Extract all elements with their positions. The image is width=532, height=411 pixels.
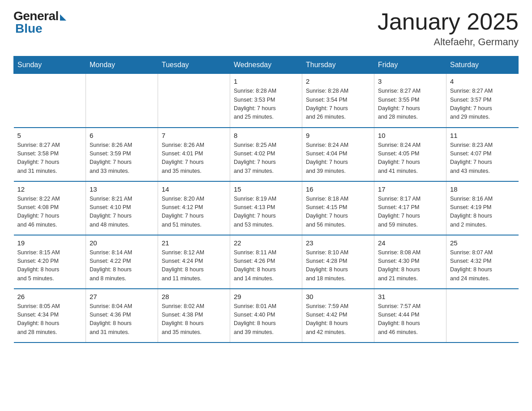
calendar-cell: 8Sunrise: 8:25 AMSunset: 4:02 PMDaylight… <box>230 128 302 181</box>
day-number: 18 <box>450 185 515 193</box>
day-info: Sunrise: 8:27 AMSunset: 3:58 PMDaylight:… <box>17 141 82 176</box>
logo: General Blue <box>13 9 66 36</box>
calendar-cell: 27Sunrise: 8:04 AMSunset: 4:36 PMDayligh… <box>86 289 158 342</box>
day-info: Sunrise: 8:27 AMSunset: 3:55 PMDaylight:… <box>378 87 442 122</box>
calendar-cell: 23Sunrise: 8:10 AMSunset: 4:28 PMDayligh… <box>302 235 374 289</box>
day-info: Sunrise: 8:11 AMSunset: 4:26 PMDaylight:… <box>234 248 298 283</box>
calendar-cell: 30Sunrise: 7:59 AMSunset: 4:42 PMDayligh… <box>302 289 374 342</box>
weekday-header-row: SundayMondayTuesdayWednesdayThursdayFrid… <box>14 56 519 74</box>
day-number: 5 <box>17 132 82 139</box>
calendar-cell: 5Sunrise: 8:27 AMSunset: 3:58 PMDaylight… <box>14 128 86 181</box>
calendar-cell: 15Sunrise: 8:19 AMSunset: 4:13 PMDayligh… <box>230 181 302 235</box>
day-info: Sunrise: 8:04 AMSunset: 4:36 PMDaylight:… <box>90 302 154 337</box>
weekday-header-tuesday: Tuesday <box>158 56 230 74</box>
calendar-cell: 20Sunrise: 8:14 AMSunset: 4:22 PMDayligh… <box>86 235 158 289</box>
calendar-cell: 21Sunrise: 8:12 AMSunset: 4:24 PMDayligh… <box>158 235 230 289</box>
calendar-header: SundayMondayTuesdayWednesdayThursdayFrid… <box>14 56 519 74</box>
calendar-cell: 26Sunrise: 8:05 AMSunset: 4:34 PMDayligh… <box>14 289 86 342</box>
day-number: 28 <box>162 293 226 300</box>
day-info: Sunrise: 8:23 AMSunset: 4:07 PMDaylight:… <box>450 141 515 176</box>
calendar-cell: 14Sunrise: 8:20 AMSunset: 4:12 PMDayligh… <box>158 181 230 235</box>
calendar-cell: 13Sunrise: 8:21 AMSunset: 4:10 PMDayligh… <box>86 181 158 235</box>
day-number: 31 <box>378 293 442 300</box>
day-info: Sunrise: 8:12 AMSunset: 4:24 PMDaylight:… <box>162 248 226 283</box>
calendar-cell <box>86 74 158 128</box>
day-number: 24 <box>378 239 442 247</box>
calendar-cell: 4Sunrise: 8:27 AMSunset: 3:57 PMDaylight… <box>446 74 519 128</box>
day-number: 12 <box>17 185 82 193</box>
day-number: 25 <box>450 239 515 247</box>
calendar-cell: 25Sunrise: 8:07 AMSunset: 4:32 PMDayligh… <box>446 235 519 289</box>
day-number: 4 <box>450 77 515 85</box>
calendar-cell: 2Sunrise: 8:28 AMSunset: 3:54 PMDaylight… <box>302 74 374 128</box>
calendar-week-row: 1Sunrise: 8:28 AMSunset: 3:53 PMDaylight… <box>14 74 519 128</box>
weekday-header-monday: Monday <box>86 56 158 74</box>
logo-triangle-icon <box>60 14 66 21</box>
day-number: 26 <box>17 293 82 300</box>
day-info: Sunrise: 8:02 AMSunset: 4:38 PMDaylight:… <box>162 302 226 337</box>
day-info: Sunrise: 8:20 AMSunset: 4:12 PMDaylight:… <box>162 195 226 230</box>
day-info: Sunrise: 8:24 AMSunset: 4:05 PMDaylight:… <box>378 141 442 176</box>
day-info: Sunrise: 8:15 AMSunset: 4:20 PMDaylight:… <box>17 248 82 283</box>
calendar-cell: 12Sunrise: 8:22 AMSunset: 4:08 PMDayligh… <box>14 181 86 235</box>
day-info: Sunrise: 8:26 AMSunset: 3:59 PMDaylight:… <box>90 141 154 176</box>
weekday-header-thursday: Thursday <box>302 56 374 74</box>
calendar-week-row: 26Sunrise: 8:05 AMSunset: 4:34 PMDayligh… <box>14 289 519 342</box>
day-info: Sunrise: 8:27 AMSunset: 3:57 PMDaylight:… <box>450 87 515 122</box>
day-info: Sunrise: 8:07 AMSunset: 4:32 PMDaylight:… <box>450 248 515 283</box>
day-number: 20 <box>90 239 154 247</box>
calendar-body: 1Sunrise: 8:28 AMSunset: 3:53 PMDaylight… <box>14 74 519 342</box>
weekday-header-saturday: Saturday <box>446 56 519 74</box>
calendar-cell: 11Sunrise: 8:23 AMSunset: 4:07 PMDayligh… <box>446 128 519 181</box>
day-number: 7 <box>162 132 226 139</box>
day-number: 22 <box>234 239 298 247</box>
calendar-week-row: 19Sunrise: 8:15 AMSunset: 4:20 PMDayligh… <box>14 235 519 289</box>
day-info: Sunrise: 8:24 AMSunset: 4:04 PMDaylight:… <box>306 141 370 176</box>
day-number: 11 <box>450 132 515 139</box>
title-area: January 2025 Altefaehr, Germany <box>378 9 519 48</box>
day-info: Sunrise: 8:01 AMSunset: 4:40 PMDaylight:… <box>234 302 298 337</box>
day-number: 27 <box>90 293 154 300</box>
calendar-week-row: 5Sunrise: 8:27 AMSunset: 3:58 PMDaylight… <box>14 128 519 181</box>
day-info: Sunrise: 8:28 AMSunset: 3:54 PMDaylight:… <box>306 87 370 122</box>
day-number: 17 <box>378 185 442 193</box>
day-info: Sunrise: 8:17 AMSunset: 4:17 PMDaylight:… <box>378 195 442 230</box>
day-info: Sunrise: 8:21 AMSunset: 4:10 PMDaylight:… <box>90 195 154 230</box>
day-number: 14 <box>162 185 226 193</box>
day-number: 2 <box>306 77 370 85</box>
location: Altefaehr, Germany <box>378 36 519 48</box>
day-info: Sunrise: 8:16 AMSunset: 4:19 PMDaylight:… <box>450 195 515 230</box>
day-number: 23 <box>306 239 370 247</box>
day-number: 21 <box>162 239 226 247</box>
day-number: 15 <box>234 185 298 193</box>
day-number: 6 <box>90 132 154 139</box>
day-number: 16 <box>306 185 370 193</box>
day-info: Sunrise: 8:26 AMSunset: 4:01 PMDaylight:… <box>162 141 226 176</box>
day-number: 13 <box>90 185 154 193</box>
calendar-cell: 31Sunrise: 7:57 AMSunset: 4:44 PMDayligh… <box>374 289 446 342</box>
day-number: 1 <box>234 77 298 85</box>
calendar-cell: 22Sunrise: 8:11 AMSunset: 4:26 PMDayligh… <box>230 235 302 289</box>
calendar-cell <box>446 289 519 342</box>
calendar-cell: 1Sunrise: 8:28 AMSunset: 3:53 PMDaylight… <box>230 74 302 128</box>
logo-blue-text: Blue <box>15 21 43 36</box>
calendar-cell: 3Sunrise: 8:27 AMSunset: 3:55 PMDaylight… <box>374 74 446 128</box>
calendar-cell <box>158 74 230 128</box>
day-info: Sunrise: 7:59 AMSunset: 4:42 PMDaylight:… <box>306 302 370 337</box>
calendar-cell: 10Sunrise: 8:24 AMSunset: 4:05 PMDayligh… <box>374 128 446 181</box>
day-info: Sunrise: 7:57 AMSunset: 4:44 PMDaylight:… <box>378 302 442 337</box>
calendar-cell: 17Sunrise: 8:17 AMSunset: 4:17 PMDayligh… <box>374 181 446 235</box>
calendar-cell: 24Sunrise: 8:08 AMSunset: 4:30 PMDayligh… <box>374 235 446 289</box>
day-info: Sunrise: 8:18 AMSunset: 4:15 PMDaylight:… <box>306 195 370 230</box>
day-number: 8 <box>234 132 298 139</box>
day-info: Sunrise: 8:08 AMSunset: 4:30 PMDaylight:… <box>378 248 442 283</box>
day-info: Sunrise: 8:10 AMSunset: 4:28 PMDaylight:… <box>306 248 370 283</box>
day-number: 3 <box>378 77 442 85</box>
day-info: Sunrise: 8:28 AMSunset: 3:53 PMDaylight:… <box>234 87 298 122</box>
day-number: 19 <box>17 239 82 247</box>
day-info: Sunrise: 8:19 AMSunset: 4:13 PMDaylight:… <box>234 195 298 230</box>
weekday-header-wednesday: Wednesday <box>230 56 302 74</box>
day-info: Sunrise: 8:14 AMSunset: 4:22 PMDaylight:… <box>90 248 154 283</box>
weekday-header-friday: Friday <box>374 56 446 74</box>
calendar-table: SundayMondayTuesdayWednesdayThursdayFrid… <box>13 56 519 343</box>
